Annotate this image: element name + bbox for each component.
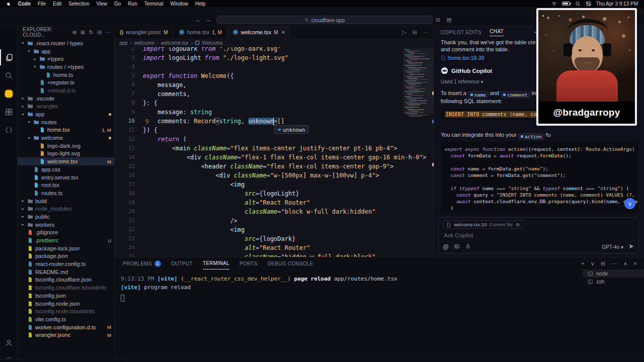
new-folder-icon[interactable]: ⊞ xyxy=(80,29,86,36)
code-line[interactable]: <header className="flex flex-col items-c… xyxy=(143,162,434,171)
breadcrumb-item[interactable]: Welcome xyxy=(202,40,223,46)
tree-file-tsconfig-node-tsbuildinfo[interactable]: tsconfig.node.tsbuildinfo xyxy=(18,307,114,315)
panel-tab-terminal[interactable]: TERMINAL xyxy=(203,257,229,269)
code-line[interactable]: }: { xyxy=(143,99,434,108)
wifi-icon[interactable] xyxy=(551,1,557,7)
scroll-to-bottom-button[interactable]: ∨ xyxy=(624,198,635,209)
remote-icon[interactable] xyxy=(0,122,18,138)
spotlight-icon[interactable] xyxy=(575,1,581,7)
tree-folder-app[interactable]: ▾app xyxy=(18,47,114,55)
menu-item-go[interactable]: Go xyxy=(114,1,121,7)
more-actions-icon[interactable]: ⋯ xyxy=(423,29,429,36)
code-line[interactable]: export function Welcome({ xyxy=(143,71,434,80)
code-line[interactable]: comments, xyxy=(143,89,434,99)
send-icon[interactable] xyxy=(628,243,634,250)
new-file-icon[interactable]: ⊕ xyxy=(72,29,77,36)
tree-file-welcome-tsx[interactable]: welcome.tsxM xyxy=(18,157,114,165)
tree-file-tsconfig-cloudflare-tsbuildinfo[interactable]: tsconfig.cloudflare.tsbuildinfo xyxy=(18,284,114,292)
run-icon[interactable]: ▷ xyxy=(402,29,406,36)
eye-icon[interactable] xyxy=(515,222,520,227)
menu-item-help[interactable]: Help xyxy=(195,1,206,7)
code-line[interactable]: return ( xyxy=(143,135,434,144)
terminal-dropdown-icon[interactable]: ∨ xyxy=(591,260,595,267)
tab-wrangler-jsonc[interactable]: {}wrangler.jsoncM xyxy=(115,26,174,38)
code-line[interactable]: alt="React Router" xyxy=(143,243,434,252)
code-line[interactable]: className="hidden w-full dark:block" xyxy=(143,252,434,257)
accounts-icon[interactable] xyxy=(0,335,18,351)
tree-file-home-tsx[interactable]: home.tsx1, M xyxy=(18,126,114,134)
chat-input[interactable]: Ask Copilot xyxy=(444,232,473,238)
editor-code[interactable]: import logoDark from "./logo-dark.svg"im… xyxy=(143,47,434,257)
terminal-process-node[interactable]: node xyxy=(583,269,644,278)
tree-folder-react-router-types[interactable]: ▾.react-router / types xyxy=(18,39,114,47)
explorer-icon[interactable] xyxy=(0,49,18,65)
minimap[interactable] xyxy=(405,48,431,129)
tree-folder-routes[interactable]: ▾routes xyxy=(18,118,114,126)
search-icon[interactable] xyxy=(0,67,18,83)
split-editor-icon[interactable]: ⊟ xyxy=(413,29,417,36)
customize-layout-icon[interactable]: ▤ xyxy=(446,17,451,23)
code-line[interactable] xyxy=(143,62,434,71)
tree-file-logo-light-svg[interactable]: logo-light.svg xyxy=(18,150,114,158)
tree-file-logo-dark-svg[interactable]: logo-dark.svg xyxy=(18,142,114,150)
lightbulb-icon[interactable] xyxy=(144,118,150,124)
model-selector[interactable]: GPT-4o ▾ xyxy=(602,244,624,250)
code-line[interactable]: import logoDark from "./logo-dark.svg" xyxy=(143,47,434,53)
tree-file-tsconfig-node-json[interactable]: tsconfig.node.json xyxy=(18,300,114,308)
code-line[interactable]: import logoLight from "./logo-light.svg" xyxy=(143,53,434,62)
code-line[interactable]: src={logoLight} xyxy=(143,189,434,198)
code-line[interactable]: /> xyxy=(143,216,434,225)
chat-code-block[interactable]: export async function action({request, c… xyxy=(441,142,638,213)
context-chip[interactable]: welcome.tsx:10 Current file xyxy=(443,220,524,229)
menu-item-view[interactable]: View xyxy=(97,1,108,7)
code-line[interactable]: className="block w-full dark:hidden" xyxy=(143,207,434,216)
tree-file-tsconfig-json[interactable]: tsconfig.json xyxy=(18,292,114,300)
mention-icon[interactable]: @ xyxy=(443,243,449,250)
tree-folder-public[interactable]: ▸public xyxy=(18,213,114,221)
tree-file-package-lock-json[interactable]: package-lock.json xyxy=(18,244,114,252)
split-terminal-icon[interactable]: ⊟ xyxy=(601,260,606,267)
breadcrumb[interactable]: app›welcome›welcome.tsx›Welcome xyxy=(115,38,434,47)
menu-item-run[interactable]: Run xyxy=(128,1,137,7)
close-panel-icon[interactable]: × xyxy=(633,260,637,267)
close-icon[interactable]: × xyxy=(282,29,285,35)
panel-tab-problems[interactable]: PROBLEMS1 xyxy=(123,257,161,269)
battery-icon[interactable] xyxy=(562,2,570,6)
code-line[interactable]: comments: Record<string, unknown>[] xyxy=(143,117,434,126)
editor-gutter[interactable]: 2345678910111213141516171819202122232425 xyxy=(115,47,141,257)
code-line[interactable]: src={logoDark} xyxy=(143,234,434,243)
nav-forward-icon[interactable]: → xyxy=(204,16,212,23)
breadcrumb-item[interactable]: app xyxy=(119,40,128,46)
inline-code-chip[interactable]: name xyxy=(468,92,489,98)
menu-item-code[interactable]: Code xyxy=(18,1,31,7)
menu-item-edit[interactable]: Edit xyxy=(53,1,61,7)
tree-file-home-ts[interactable]: home.ts xyxy=(18,71,114,79)
menu-item-selection[interactable]: Selection xyxy=(68,1,89,7)
refresh-icon[interactable]: ↻ xyxy=(89,29,94,36)
tree-folder-welcome[interactable]: ▾welcome xyxy=(18,134,114,142)
tree-file-prettierrc[interactable]: .prettierrcU xyxy=(18,236,114,244)
tree-file-root-tsx[interactable]: root.tsx xyxy=(18,181,114,189)
menu-item-window[interactable]: Window xyxy=(171,1,189,7)
breadcrumb-item[interactable]: welcome.tsx xyxy=(161,40,189,46)
tree-file-entry-server-tsx[interactable]: entry.server.tsx xyxy=(18,173,114,182)
code-line[interactable]: message, xyxy=(143,80,434,89)
tree-file-worker-configuration-d-ts[interactable]: worker-configuration.d.tsM xyxy=(18,323,114,331)
attach-image-icon[interactable] xyxy=(454,243,460,250)
tree-folder-wrangler[interactable]: ▸.wrangler xyxy=(18,103,114,111)
menu-item-terminal[interactable]: Terminal xyxy=(144,1,164,7)
tree-folder-workers[interactable]: ▸workers xyxy=(18,221,114,229)
maximize-panel-icon[interactable]: ∧ xyxy=(623,260,627,267)
tree-folder-vscode[interactable]: ▸.vscode xyxy=(18,95,114,103)
terminal-output[interactable]: 9:13:13 PM [vite] (__react_router_css_de… xyxy=(121,275,579,302)
tree-folder-app[interactable]: ▾app xyxy=(18,110,114,118)
tree-file-readme-md[interactable]: README.md xyxy=(18,268,114,276)
chat-tab-copilot-edits[interactable]: COPILOT EDITS xyxy=(441,30,481,35)
tree-file-gitignore[interactable]: .gitignore xyxy=(18,229,114,237)
panel-tab-ports[interactable]: PORTS xyxy=(239,257,258,269)
apple-menu-icon[interactable] xyxy=(6,1,11,6)
tree-file-tsconfig-cloudflare-json[interactable]: tsconfig.cloudflare.json xyxy=(18,276,114,284)
code-line[interactable]: <div className="w-[500px] max-w-[100vw] … xyxy=(143,171,434,180)
nav-back-icon[interactable]: ← xyxy=(194,16,202,23)
tree-folder-build[interactable]: ▸build xyxy=(18,197,114,205)
